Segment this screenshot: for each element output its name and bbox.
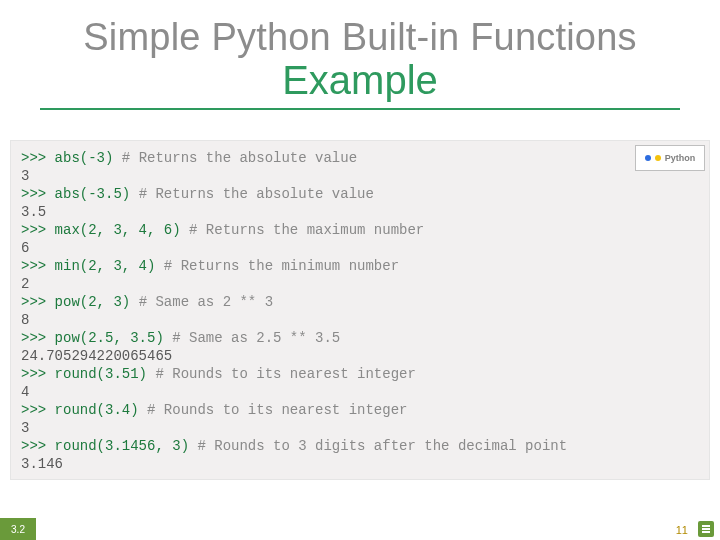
code-output: 8 bbox=[21, 312, 29, 328]
code-line: >>> round(3.1456, 3) # Rounds to 3 digit… bbox=[21, 437, 699, 455]
code-comment: # Same as 2.5 ** 3.5 bbox=[172, 330, 340, 346]
code-line: >>> round(3.51) # Rounds to its nearest … bbox=[21, 365, 699, 383]
code-line: 8 bbox=[21, 311, 699, 329]
code-call: min(2, 3, 4) bbox=[55, 258, 164, 274]
code-call: pow(2, 3) bbox=[55, 294, 139, 310]
repl-prompt: >>> bbox=[21, 402, 55, 418]
code-call: round(3.1456, 3) bbox=[55, 438, 198, 454]
code-output: 3 bbox=[21, 168, 29, 184]
code-comment: # Returns the maximum number bbox=[189, 222, 424, 238]
code-comment: # Rounds to its nearest integer bbox=[147, 402, 407, 418]
title-underline bbox=[40, 108, 680, 110]
led-icon bbox=[645, 155, 651, 161]
repl-prompt: >>> bbox=[21, 186, 55, 202]
repl-prompt: >>> bbox=[21, 150, 55, 166]
code-line: >>> abs(-3.5) # Returns the absolute val… bbox=[21, 185, 699, 203]
code-output: 6 bbox=[21, 240, 29, 256]
python-tag: Python bbox=[635, 145, 705, 171]
code-output: 4 bbox=[21, 384, 29, 400]
code-comment: # Same as 2 ** 3 bbox=[139, 294, 273, 310]
repl-prompt: >>> bbox=[21, 222, 55, 238]
code-call: max(2, 3, 4, 6) bbox=[55, 222, 189, 238]
code-call: round(3.51) bbox=[55, 366, 156, 382]
code-call: abs(-3) bbox=[55, 150, 122, 166]
page-number: 11 bbox=[676, 524, 688, 536]
code-line: >>> pow(2.5, 3.5) # Same as 2.5 ** 3.5 bbox=[21, 329, 699, 347]
code-comment: # Returns the absolute value bbox=[139, 186, 374, 202]
menu-icon bbox=[698, 521, 714, 537]
title-line2: Example bbox=[0, 58, 720, 102]
code-line: 3.5 bbox=[21, 203, 699, 221]
title-line1: Simple Python Built-in Functions bbox=[0, 18, 720, 58]
code-line: 3.146 bbox=[21, 455, 699, 473]
code-panel: Python >>> abs(-3) # Returns the absolut… bbox=[10, 140, 710, 480]
code-line: 3 bbox=[21, 419, 699, 437]
code-comment: # Returns the absolute value bbox=[122, 150, 357, 166]
code-call: pow(2.5, 3.5) bbox=[55, 330, 173, 346]
section-badge: 3.2 bbox=[0, 518, 36, 540]
code-line: 6 bbox=[21, 239, 699, 257]
code-output: 24.705294220065465 bbox=[21, 348, 172, 364]
code-call: abs(-3.5) bbox=[55, 186, 139, 202]
code-line: >>> pow(2, 3) # Same as 2 ** 3 bbox=[21, 293, 699, 311]
code-line: 4 bbox=[21, 383, 699, 401]
code-output: 3 bbox=[21, 420, 29, 436]
repl-prompt: >>> bbox=[21, 330, 55, 346]
tag-label: Python bbox=[665, 153, 696, 163]
code-line: >>> abs(-3) # Returns the absolute value bbox=[21, 149, 699, 167]
code-comment: # Returns the minimum number bbox=[164, 258, 399, 274]
repl-prompt: >>> bbox=[21, 366, 55, 382]
repl-prompt: >>> bbox=[21, 258, 55, 274]
code-output: 3.5 bbox=[21, 204, 46, 220]
title-block: Simple Python Built-in Functions Example bbox=[0, 0, 720, 110]
code-line: >>> min(2, 3, 4) # Returns the minimum n… bbox=[21, 257, 699, 275]
repl-prompt: >>> bbox=[21, 294, 55, 310]
code-call: round(3.4) bbox=[55, 402, 147, 418]
slide: Simple Python Built-in Functions Example… bbox=[0, 0, 720, 540]
repl-prompt: >>> bbox=[21, 438, 55, 454]
code-line: 2 bbox=[21, 275, 699, 293]
code-line: 24.705294220065465 bbox=[21, 347, 699, 365]
code-line: >>> round(3.4) # Rounds to its nearest i… bbox=[21, 401, 699, 419]
code-output: 3.146 bbox=[21, 456, 63, 472]
code-output: 2 bbox=[21, 276, 29, 292]
code-line: >>> max(2, 3, 4, 6) # Returns the maximu… bbox=[21, 221, 699, 239]
code-comment: # Rounds to its nearest integer bbox=[155, 366, 415, 382]
code-line: 3 bbox=[21, 167, 699, 185]
code-comment: # Rounds to 3 digits after the decimal p… bbox=[197, 438, 567, 454]
footer: 3.2 11 bbox=[0, 516, 720, 540]
led-icon bbox=[655, 155, 661, 161]
code-block: >>> abs(-3) # Returns the absolute value… bbox=[21, 149, 699, 473]
